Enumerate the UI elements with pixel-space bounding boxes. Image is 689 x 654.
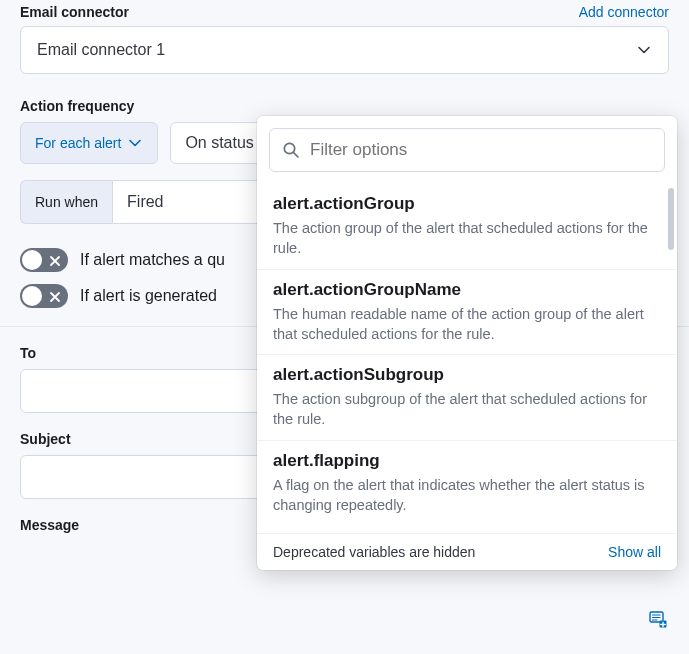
- variable-option-title: alert.actionGroup: [273, 194, 661, 214]
- variable-option-list[interactable]: alert.actionGroup The action group of th…: [257, 184, 677, 533]
- variable-option-title: alert.flapping: [273, 451, 661, 471]
- connector-select-value: Email connector 1: [37, 41, 165, 59]
- variable-option-title: alert.actionGroupName: [273, 280, 661, 300]
- variable-option-title: alert.actionSubgroup: [273, 365, 661, 385]
- x-icon: [49, 290, 61, 302]
- frequency-mode-value: For each alert: [35, 135, 121, 151]
- variable-option-desc: A flag on the alert that indicates wheth…: [273, 475, 661, 516]
- run-when-prefix: Run when: [20, 180, 112, 224]
- frequency-status-value: On status: [185, 134, 253, 152]
- insert-variable-icon[interactable]: [649, 610, 667, 628]
- email-connector-section-label: Email connector: [20, 4, 129, 20]
- chevron-down-icon: [127, 135, 143, 151]
- query-match-toggle[interactable]: [20, 248, 68, 272]
- timeframe-toggle[interactable]: [20, 284, 68, 308]
- filter-options-search[interactable]: [269, 128, 665, 172]
- variable-option-desc: The action subgroup of the alert that sc…: [273, 389, 661, 430]
- search-icon: [282, 141, 300, 159]
- query-match-toggle-label: If alert matches a qu: [80, 251, 225, 269]
- add-connector-link[interactable]: Add connector: [579, 4, 669, 20]
- variable-option-desc: The human readable name of the action gr…: [273, 304, 661, 345]
- x-icon: [49, 254, 61, 266]
- variable-option-desc: The action group of the alert that sched…: [273, 218, 661, 259]
- variable-option[interactable]: alert.actionGroupName The human readable…: [257, 270, 677, 356]
- timeframe-toggle-label: If alert is generated: [80, 287, 217, 305]
- scrollbar[interactable]: [668, 188, 674, 250]
- action-frequency-label: Action frequency: [20, 98, 134, 114]
- variable-option[interactable]: alert.actionSubgroup The action subgroup…: [257, 355, 677, 441]
- filter-options-input[interactable]: [310, 140, 652, 160]
- connector-select[interactable]: Email connector 1: [20, 26, 669, 74]
- variable-popover: alert.actionGroup The action group of th…: [257, 116, 677, 570]
- run-when-prefix-text: Run when: [35, 194, 98, 210]
- show-all-link[interactable]: Show all: [608, 544, 661, 560]
- variable-option[interactable]: alert.actionGroup The action group of th…: [257, 184, 677, 270]
- deprecated-note: Deprecated variables are hidden: [273, 544, 475, 560]
- chevron-down-icon: [636, 42, 652, 58]
- run-when-value: Fired: [127, 193, 163, 211]
- frequency-mode-select[interactable]: For each alert: [20, 122, 158, 164]
- variable-option[interactable]: alert.flapping A flag on the alert that …: [257, 441, 677, 526]
